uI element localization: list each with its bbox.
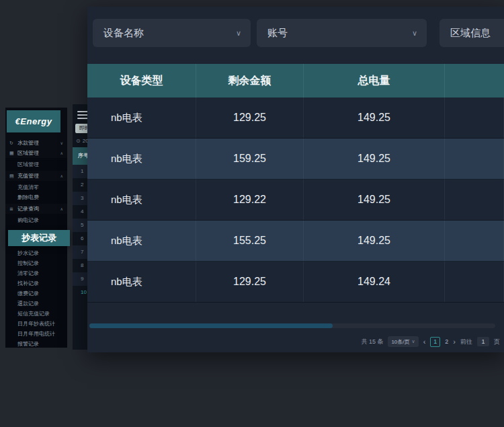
chevron-down-icon: ∨ xyxy=(412,29,417,38)
sidebar-item-sms-recharge-records[interactable]: 短信充值记录 xyxy=(5,309,67,319)
cell-balance: 159.25 xyxy=(196,139,304,179)
cell-device-type: nb电表 xyxy=(87,221,196,261)
filter-label: 区域信息 xyxy=(450,27,491,40)
cell-empty xyxy=(445,180,504,220)
cell-device-type: nb电表 xyxy=(87,180,196,220)
sidebar-group-records[interactable]: ≣ 记录查询 ∧ xyxy=(5,204,67,214)
scrollbar-thumb[interactable] xyxy=(89,323,333,328)
page-size-value: 10条/页 xyxy=(391,338,409,346)
group-label: 水款管理 xyxy=(17,139,60,147)
chevron-up-icon: ∧ xyxy=(60,173,63,178)
horizontal-scrollbar[interactable] xyxy=(89,323,495,328)
device-name-select[interactable]: 设备名称 ∨ xyxy=(93,19,251,47)
page-button-1-active[interactable]: 1 xyxy=(430,337,440,347)
cell-empty xyxy=(445,139,504,179)
card-icon: ▤ xyxy=(9,173,16,179)
goto-label: 前往 xyxy=(460,338,472,346)
sidebar-group-recharge[interactable]: ▤ 充值管理 ∧ xyxy=(5,171,67,181)
sidebar-item-region-manage[interactable]: 区域管理 xyxy=(5,159,67,169)
next-page-button[interactable]: › xyxy=(453,338,456,346)
table-row[interactable]: nb电表 129.22 149.25 xyxy=(87,180,504,221)
app-logo: €Energy xyxy=(7,110,60,132)
cell-balance: 129.25 xyxy=(196,262,304,302)
table-row[interactable]: nb电表 129.25 149.24 xyxy=(87,262,504,303)
sidebar-item-recharge-reset[interactable]: 充值清零 xyxy=(5,182,67,192)
sidebar-group-region[interactable]: ▦ 区域管理 ∧ xyxy=(5,148,67,158)
sidebar-item-delete-fee[interactable]: 删除电费 xyxy=(5,192,67,202)
hamburger-icon[interactable] xyxy=(77,111,88,119)
cell-empty xyxy=(445,221,504,261)
pagination: 共 15 条 10条/页 ∨ ‹ 1 2 › 前往 1 页 xyxy=(361,336,500,347)
sidebar: €Energy ↻ 水款管理 ∨ ▦ 区域管理 ∧ 区域管理 ▤ 充值管理 ∧ … xyxy=(5,108,67,348)
chevron-up-icon: ∧ xyxy=(60,206,63,211)
table-row[interactable]: nb电表 129.25 149.25 xyxy=(87,98,504,139)
chevron-up-icon: ∧ xyxy=(60,151,63,155)
col-header-balance: 剩余金额 xyxy=(196,64,304,98)
account-select[interactable]: 账号 ∨ xyxy=(257,19,427,47)
filter-label: 设备名称 xyxy=(103,27,144,40)
table-header-row: 设备类型 剩余金额 总电量 xyxy=(87,64,504,98)
sidebar-item-reset-records[interactable]: 清零记录 xyxy=(5,268,67,278)
cell-total: 149.25 xyxy=(304,139,445,179)
table-row[interactable]: nb电表 155.25 149.25 xyxy=(87,221,504,262)
chevron-down-icon: ∨ xyxy=(60,141,63,145)
region-icon: ▦ xyxy=(9,151,16,156)
cell-device-type: nb电表 xyxy=(87,98,196,138)
main-window: 设备名称 ∨ 账号 ∨ 区域信息 设备类型 剩余金额 总电量 nb电表 129.… xyxy=(87,7,504,352)
total-count: 共 15 条 xyxy=(361,338,383,346)
sidebar-item-water-records[interactable]: 抄水记录 xyxy=(5,248,67,258)
page-size-select[interactable]: 10条/页 ∨ xyxy=(388,336,418,347)
region-info-select[interactable]: 区域信息 xyxy=(439,19,504,47)
cell-empty xyxy=(445,262,504,302)
sidebar-item-refund-records[interactable]: 退款记录 xyxy=(5,299,67,309)
col-header-empty xyxy=(445,64,504,98)
goto-suffix: 页 xyxy=(494,338,500,346)
cell-empty xyxy=(445,98,504,138)
col-header-device-type: 设备类型 xyxy=(87,64,196,98)
group-label: 区域管理 xyxy=(17,149,60,157)
cell-total: 149.25 xyxy=(304,180,445,220)
chevron-down-icon: ∨ xyxy=(412,339,415,344)
sidebar-item-fee-records[interactable]: 缴费记录 xyxy=(5,288,67,299)
prev-page-button[interactable]: ‹ xyxy=(423,338,426,346)
group-label: 记录查询 xyxy=(17,205,60,212)
cell-total: 149.24 xyxy=(304,262,445,302)
sidebar-item-purchase-records[interactable]: 购电记录 xyxy=(5,215,67,225)
chevron-down-icon: ∨ xyxy=(236,29,241,38)
page-button-2[interactable]: 2 xyxy=(445,338,448,345)
sidebar-item-usage-stats[interactable]: 日月年用电统计 xyxy=(5,329,67,339)
submenu-region: 区域管理 xyxy=(5,158,67,171)
cell-device-type: nb电表 xyxy=(87,262,196,302)
cell-total: 149.25 xyxy=(304,98,445,138)
cell-balance: 129.25 xyxy=(196,98,304,138)
clock-icon: ⊙ xyxy=(76,138,81,144)
sidebar-item-control-records[interactable]: 控制记录 xyxy=(5,258,67,268)
group-label: 充值管理 xyxy=(17,172,60,180)
table-body: nb电表 129.25 149.25 nb电表 159.25 149.25 nb… xyxy=(87,98,504,303)
cell-balance: 155.25 xyxy=(196,221,304,261)
sidebar-item-meter-stats[interactable]: 日月年抄表统计 xyxy=(5,319,67,329)
cell-balance: 129.22 xyxy=(196,180,304,220)
refresh-icon: ↻ xyxy=(9,141,16,146)
sidebar-group-payment[interactable]: ↻ 水款管理 ∨ xyxy=(5,138,67,148)
sidebar-item-meter-records-active[interactable]: 抄表记录 xyxy=(8,230,70,246)
goto-page-input[interactable]: 1 xyxy=(477,337,489,346)
col-header-total-energy: 总电量 xyxy=(304,64,445,98)
app-root: 即时抄表 ⊙202 序号 1 2 3 4 5 6 7 8 9 10 €Energ… xyxy=(0,0,504,427)
submenu-recharge: 充值清零 删除电费 xyxy=(5,181,67,204)
cell-device-type: nb电表 xyxy=(87,139,196,179)
filter-label: 账号 xyxy=(267,27,288,40)
table-row[interactable]: nb电表 159.25 149.25 xyxy=(87,139,504,180)
cell-total: 149.25 xyxy=(304,221,445,261)
sidebar-item-alarm-records[interactable]: 报警记录 xyxy=(5,339,67,348)
document-icon: ≣ xyxy=(9,206,16,212)
sidebar-item-adjust-records[interactable]: 找补记录 xyxy=(5,278,67,288)
